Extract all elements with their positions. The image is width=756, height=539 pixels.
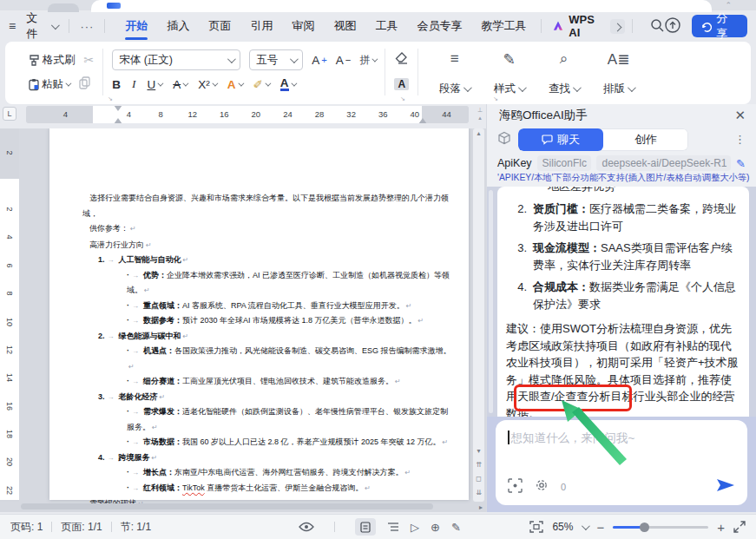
ribbon-tab[interactable]: 教学工具 [473,13,534,39]
wps-ai-icon [552,20,564,32]
apikey-provider-field[interactable]: SiliconFlc [537,155,592,171]
ink-pen-icon[interactable]: ✎ [451,521,461,534]
close-icon[interactable]: ✕ [734,108,746,123]
clear-format-button[interactable] [395,52,409,68]
next-page-icon[interactable]: ⇊ [476,489,482,496]
zoom-in-button[interactable]: + [717,520,725,535]
share-button[interactable]: 分享 [692,15,747,37]
chat-scrollbar[interactable] [489,190,493,413]
model-cube-icon[interactable] [497,131,511,148]
ribbon-tab[interactable]: 插入 [159,13,197,39]
phonetic-guide-button[interactable]: 拼 [359,53,376,68]
ribbon-tab[interactable]: 审阅 [284,13,322,39]
send-button[interactable] [716,477,735,496]
dialog-launcher-icon[interactable]: ↘ [400,95,405,102]
font-size-select[interactable]: 五号 [249,49,303,70]
scrollbar-thumb[interactable] [21,503,433,509]
fit-page-icon[interactable] [529,521,543,533]
ribbon-group-button[interactable]: ⌕ 查找 [536,47,591,97]
zoom-out-button[interactable]: − [596,520,604,535]
paste-button[interactable]: 粘贴 [28,77,69,92]
font-name-select[interactable]: 宋体 (正文) [112,49,240,70]
scroll-up-icon[interactable]: ▴ [477,128,480,139]
list-item-label: 合规成本： [533,280,589,293]
wps-ai-button[interactable]: WPS AI [552,13,625,39]
cloud-upload-button[interactable] [664,16,681,36]
wps-ai-expand[interactable] [610,19,625,34]
horizontal-scrollbar[interactable] [21,503,469,510]
chevron-up-icon[interactable]: ⌃ [725,1,732,10]
chevron-down-icon[interactable] [582,522,590,530]
list-number: 4. [98,453,105,462]
page-view-button[interactable] [355,518,376,536]
ribbon-tab[interactable]: 页面 [201,13,239,39]
settings-button[interactable] [535,478,549,496]
copy-button[interactable] [78,76,91,93]
chat-input-box[interactable]: 想知道什么，来问问我~ 0 [496,420,747,505]
scroll-down-icon[interactable]: ▾ [477,447,480,455]
home-tab-stub[interactable] [48,3,79,12]
ribbon-tab[interactable]: 引用 [242,13,280,39]
ruler-number: 22 [5,486,14,495]
scroll-right-icon[interactable]: ▸ [479,503,483,511]
browse-object-icon[interactable]: ◻ [476,475,482,483]
superscript-button[interactable]: X² [198,78,216,91]
ribbon-group-button[interactable]: A≣ 排版 [591,47,646,97]
model-field[interactable]: deepseek-ai/DeepSeek-R1 [596,155,731,171]
highlight-color-button[interactable]: ✐ [253,77,269,91]
document-page[interactable]: 选择行业需要结合自身资源、兴趣和市场需求来综合考量。以下是我根据当前发展趋势整理… [49,128,469,500]
more-vertical-icon[interactable]: ⋮ [734,133,746,146]
play-view-icon[interactable]: ▷ [411,521,419,534]
tab-create[interactable]: 创作 [603,128,688,151]
tab-stop-selector[interactable]: L [3,107,16,121]
zoom-slider[interactable] [613,526,708,529]
vertical-scrollbar[interactable]: ▴ ▾ ⇈ ◻ ⇊ [473,128,484,502]
horizontal-ruler[interactable]: 448121620242832364044 [26,106,469,123]
more-menu-button[interactable]: ··· [76,20,97,33]
ribbon-tab[interactable]: 会员专享 [409,13,470,39]
zoom-level[interactable]: 65% [552,521,573,533]
reading-eye-icon[interactable] [299,522,314,532]
zoom-slider-knob[interactable] [640,523,649,532]
fullscreen-icon[interactable] [733,521,746,533]
decrease-font-button[interactable]: A− [336,54,352,67]
previous-page-icon[interactable]: ⇈ [476,461,482,469]
edit-pencil-icon[interactable]: ✎ [736,157,746,170]
bold-button[interactable]: B [112,78,121,91]
hamburger-menu-icon[interactable]: ≡ [9,19,16,33]
ribbon-tab[interactable]: 工具 [367,13,405,39]
web-view-icon[interactable]: ⊕ [431,521,440,534]
chat-history-area[interactable]: 地区差异优势 2.资质门槛：医疗器械需二类备案，跨境业务涉及进出口许可 3.现金… [487,187,756,417]
document-viewport[interactable]: 224681012141618202224 选择行业需要结合自身资源、兴趣和市场… [0,128,486,512]
char-count: 0 [561,482,566,492]
dialog-launcher-icon[interactable]: ↘ [108,95,113,102]
italic-button[interactable]: I [132,77,136,91]
tab-chat[interactable]: 聊天 [518,128,603,151]
vertical-ruler[interactable]: 224681012141618202224 [0,128,19,502]
strikethrough-button[interactable]: A [173,78,187,91]
format-painter-button[interactable]: 格式刷 [28,53,76,68]
ribbon-tab[interactable]: 开始 [117,13,155,39]
screenshot-button[interactable] [508,478,523,496]
dialog-launcher-icon[interactable]: ↘ [493,95,498,102]
increase-font-button[interactable]: A+ [312,54,327,67]
cut-icon[interactable]: ✂ [84,53,95,67]
text-effects-button[interactable]: A [227,78,242,91]
underline-button[interactable]: U [147,78,161,91]
list-item: 3.现金流模型：SAAS类项目需评估客户续费率，实体行业关注库存周转率 [506,240,740,273]
right-indent-marker[interactable] [418,118,427,123]
ribbon-tab[interactable]: 视图 [325,13,364,39]
first-line-indent-marker[interactable] [114,106,122,111]
document-tab[interactable] [91,0,712,12]
hanging-indent-marker[interactable] [114,118,122,123]
file-menu[interactable]: 文件 [21,7,62,45]
search-button[interactable] [650,18,664,35]
apikey-label: ApiKey [497,157,532,169]
font-color-button[interactable]: A [280,77,295,92]
ribbon-group-button[interactable]: ✎ 样式 [482,47,536,97]
ribbon-group-button[interactable]: ≡ 段落 [427,47,482,97]
char-shading-button[interactable]: A [394,78,409,90]
ruler-number-cell: 14 [0,364,19,391]
divider [104,19,105,33]
outline-view-icon[interactable] [387,522,399,532]
